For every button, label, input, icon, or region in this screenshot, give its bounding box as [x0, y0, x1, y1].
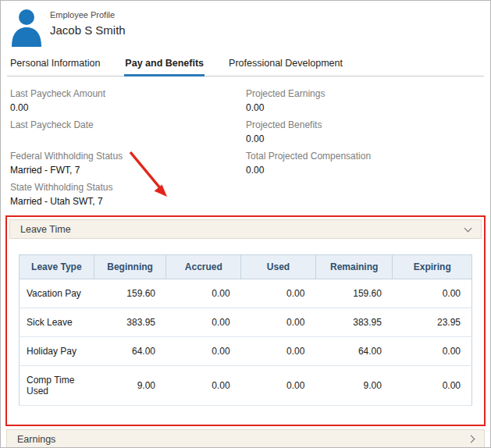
field-projected-earnings: Projected Earnings0.00 — [246, 88, 371, 113]
value-cell: 0.00 — [166, 308, 241, 337]
leave-table-wrap: Leave TypeBeginningAccruedUsedRemainingE… — [9, 239, 482, 425]
chevron-right-icon — [468, 436, 475, 443]
fields-right-column: Projected Earnings0.00Projected Benefits… — [246, 88, 371, 213]
section-label: Earnings — [17, 434, 55, 445]
value-cell: 0.00 — [166, 366, 241, 406]
field-value: 0.00 — [10, 102, 246, 113]
column-header-beginning: Beginning — [94, 255, 166, 279]
value-cell: 0.00 — [166, 337, 241, 366]
field-projected-benefits: Projected Benefits0.00 — [246, 119, 371, 144]
value-cell: 0.00 — [166, 279, 241, 308]
summary-fields: Last Paycheck Amount0.00Last Paycheck Da… — [1, 76, 490, 213]
table-row: Holiday Pay64.000.000.0064.000.00 — [20, 337, 472, 366]
field-label: Total Projected Compensation — [246, 151, 371, 162]
leave-table-body: Vacation Pay159.600.000.00159.600.00Sick… — [20, 279, 472, 406]
value-cell: 159.60 — [94, 279, 166, 308]
field-value: 0.00 — [246, 165, 371, 176]
value-cell: 0.00 — [241, 308, 316, 337]
page-subtitle: Employee Profile — [50, 10, 126, 20]
value-cell: 9.00 — [315, 366, 393, 406]
value-cell: 383.95 — [94, 308, 166, 337]
chevron-down-icon — [464, 224, 472, 232]
fields-left-column: Last Paycheck Amount0.00Last Paycheck Da… — [10, 88, 246, 213]
field-value: Married - Utah SWT, 7 — [10, 196, 246, 207]
field-federal-withholding-status: Federal Withholding StatusMarried - FWT,… — [10, 151, 246, 176]
value-cell: 159.60 — [315, 279, 393, 308]
table-row: Comp Time Used9.000.000.009.000.00 — [20, 366, 472, 406]
leave-type-cell: Sick Leave — [20, 308, 94, 337]
value-cell: 0.00 — [393, 366, 472, 406]
profile-header: Employee Profile Jacob S Smith — [1, 1, 490, 47]
tab-bar: Personal InformationPay and BenefitsProf… — [7, 58, 484, 76]
value-cell: 64.00 — [94, 337, 166, 366]
leave-type-cell: Holiday Pay — [20, 337, 94, 366]
field-label: Last Paycheck Amount — [10, 88, 246, 99]
leave-type-cell: Comp Time Used — [20, 366, 94, 406]
field-label: Federal Withholding Status — [10, 151, 246, 162]
value-cell: 9.00 — [94, 366, 166, 406]
leave-table: Leave TypeBeginningAccruedUsedRemainingE… — [19, 254, 472, 406]
field-label: Projected Earnings — [246, 88, 371, 99]
leave-table-header-row: Leave TypeBeginningAccruedUsedRemainingE… — [20, 255, 472, 279]
value-cell: 0.00 — [393, 279, 472, 308]
field-label: Projected Benefits — [246, 119, 371, 130]
field-value: 0.00 — [246, 133, 371, 144]
employee-profile-page: Employee Profile Jacob S Smith Personal … — [0, 0, 491, 448]
table-row: Vacation Pay159.600.000.00159.600.00 — [20, 279, 472, 308]
collapsed-sections: EarningsDeductionsBenefits — [1, 429, 490, 448]
field-last-paycheck-amount: Last Paycheck Amount0.00 — [10, 88, 246, 113]
section-leave-time-label: Leave Time — [20, 224, 71, 235]
field-value: Married - FWT, 7 — [10, 165, 246, 176]
field-value — [10, 133, 246, 144]
employee-name: Jacob S Smith — [50, 23, 126, 37]
section-leave-time[interactable]: Leave Time — [9, 219, 482, 239]
value-cell: 64.00 — [315, 337, 393, 366]
red-annotation-box: Leave Time Leave TypeBeginningAccruedUse… — [5, 215, 486, 426]
leave-type-cell: Vacation Pay — [20, 279, 94, 308]
person-avatar-icon — [11, 8, 42, 47]
tab-personal-information[interactable]: Personal Information — [9, 58, 101, 76]
value-cell: 0.00 — [241, 279, 316, 308]
field-total-projected-compensation: Total Projected Compensation0.00 — [246, 151, 371, 176]
column-header-used: Used — [241, 255, 316, 279]
tab-pay-and-benefits[interactable]: Pay and Benefits — [124, 58, 205, 76]
column-header-remaining: Remaining — [315, 255, 393, 279]
field-last-paycheck-date: Last Paycheck Date — [10, 119, 246, 144]
value-cell: 0.00 — [393, 337, 472, 366]
value-cell: 383.95 — [315, 308, 393, 337]
table-row: Sick Leave383.950.000.00383.9523.95 — [20, 308, 472, 337]
field-value: 0.00 — [246, 102, 371, 113]
column-header-expiring: Expiring — [393, 255, 472, 279]
value-cell: 23.95 — [393, 308, 472, 337]
field-state-withholding-status: State Withholding StatusMarried - Utah S… — [10, 182, 246, 207]
column-header-accrued: Accrued — [166, 255, 241, 279]
column-header-leave-type: Leave Type — [20, 255, 94, 279]
section-earnings[interactable]: Earnings — [6, 429, 485, 448]
value-cell: 0.00 — [241, 337, 316, 366]
field-label: Last Paycheck Date — [10, 119, 246, 130]
field-label: State Withholding Status — [10, 182, 246, 193]
value-cell: 0.00 — [241, 366, 316, 406]
tab-professional-development[interactable]: Professional Development — [228, 58, 343, 76]
